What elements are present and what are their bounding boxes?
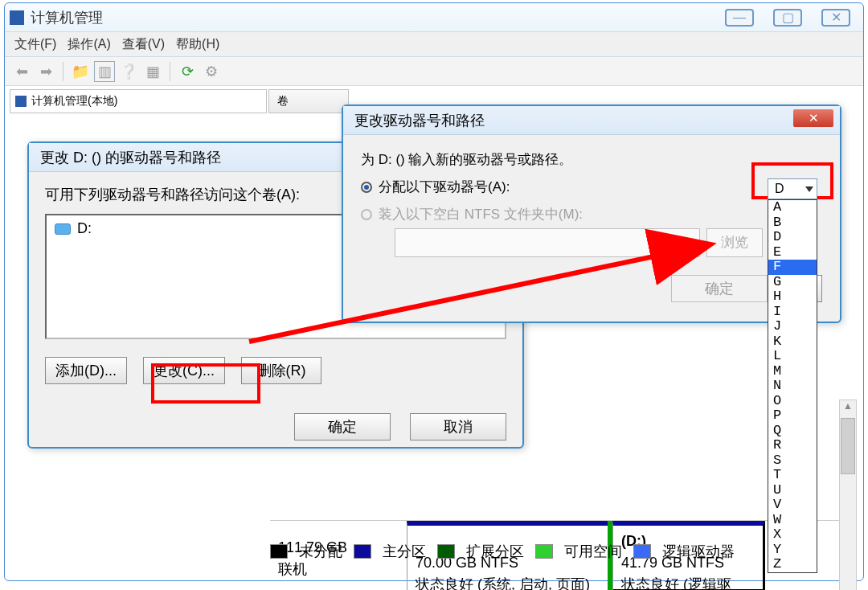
scroll-thumb[interactable] [841,418,855,474]
legend-swatch-logical [633,544,651,559]
separator [170,62,170,81]
legend-swatch-free [535,544,553,559]
computer-icon [15,96,27,107]
dropdown-option[interactable]: D [768,230,817,245]
menu-file[interactable]: 文件(F) [14,36,56,53]
maximize-button[interactable]: ▢ [773,9,802,27]
properties-icon[interactable]: ⚙ [201,61,222,82]
close-button[interactable]: ✕ [793,109,833,127]
change-button[interactable]: 更改(C)... [143,357,225,384]
dropdown-option[interactable]: F [768,260,817,275]
dropdown-option[interactable]: Z [768,557,817,572]
scroll-up-icon[interactable]: ▲ [840,400,856,418]
cancel-button[interactable]: 取消 [410,413,506,440]
dropdown-option[interactable]: L [768,349,817,364]
dropdown-option[interactable]: K [768,334,817,350]
tree-root-label: 计算机管理(本地) [31,94,117,109]
pane-toggle-icon[interactable]: ▥ [94,61,115,82]
disk-legend: 未分配 主分区 扩展分区 可用空间 逻辑驱动器 [270,540,735,563]
drive-letter-combobox[interactable]: D [768,178,817,199]
window-title: 计算机管理 [31,8,103,27]
radio-unchecked-icon[interactable] [361,209,372,220]
dropdown-option[interactable]: U [768,483,817,498]
legend-swatch-primary [354,544,371,559]
toolbar: ⬅ ➡ 📁 ▥ ❔ ▦ ⟳ ⚙ [5,57,863,86]
minimize-button[interactable]: — [725,9,754,27]
forward-icon[interactable]: ➡ [35,61,56,82]
radio-checked-icon[interactable] [361,182,372,193]
menubar: 文件(F) 操作(A) 查看(V) 帮助(H) [5,31,863,57]
legend-swatch-unallocated [270,544,288,559]
dropdown-option[interactable]: E [768,245,817,260]
ok-button[interactable]: 确定 [294,413,391,440]
details-icon[interactable]: ▦ [142,61,163,82]
vertical-scrollbar[interactable]: ▲ ▼ [839,399,857,590]
option-mount-folder[interactable]: 装入以下空白 NTFS 文件夹中(M): [361,201,822,228]
dropdown-option[interactable]: A [768,200,817,215]
titlebar: 计算机管理 — ▢ ✕ [5,3,863,31]
dialog-instruction: 为 D: () 输入新的驱动器号或路径。 [361,146,822,174]
dropdown-option[interactable]: W [768,513,817,528]
option-assign-letter[interactable]: 分配以下驱动器号(A): [361,174,822,201]
drive-letter-dropdown[interactable]: ABDEFGHIJKLMNOPQRSTUVWXYZ [768,199,817,573]
close-button[interactable]: ✕ [821,9,850,27]
list-item-label: D: [77,220,92,237]
dropdown-option[interactable]: M [768,364,817,379]
legend-swatch-extended [437,544,455,559]
column-header-volume[interactable]: 卷 [268,89,349,113]
remove-button[interactable]: 删除(R) [241,357,321,384]
refresh-icon[interactable]: ⟳ [177,61,198,82]
dropdown-option[interactable]: Q [768,424,817,439]
drive-icon [55,223,71,235]
dialog-title: 更改驱动器号和路径 ✕ [343,106,840,135]
assign-drive-letter-dialog: 更改驱动器号和路径 ✕ 为 D: () 输入新的驱动器号或路径。 分配以下驱动器… [342,104,841,323]
separator [63,62,63,81]
dropdown-option[interactable]: S [768,453,817,469]
back-icon[interactable]: ⬅ [11,61,32,82]
mount-path-input [395,228,700,257]
dropdown-option[interactable]: V [768,498,817,513]
dropdown-option[interactable]: X [768,527,817,543]
tree-root-item[interactable]: 计算机管理(本地) [10,89,267,113]
app-icon [10,10,24,25]
menu-view[interactable]: 查看(V) [122,36,165,53]
dropdown-option[interactable]: P [768,408,817,424]
dropdown-option[interactable]: R [768,438,817,453]
partition-status: 状态良好 (系统, 启动, 页面) [416,574,600,590]
combo-value: D [775,182,784,196]
add-button[interactable]: 添加(D)... [45,357,127,384]
partition-status: 状态良好 (逻辑驱 [621,574,755,590]
dropdown-option[interactable]: G [768,275,817,290]
ok-button[interactable]: 确定 [671,275,768,302]
dropdown-option[interactable]: B [768,215,817,231]
window-controls: — ▢ ✕ [725,9,858,27]
dropdown-option[interactable]: I [768,305,817,320]
dropdown-option[interactable]: O [768,394,817,409]
dropdown-option[interactable]: J [768,319,817,334]
menu-help[interactable]: 帮助(H) [176,36,219,53]
dropdown-option[interactable]: N [768,379,817,394]
dropdown-option[interactable]: H [768,289,817,305]
help-icon[interactable]: ❔ [118,61,139,82]
dropdown-option[interactable]: T [768,468,817,483]
browse-button: 浏览 [706,228,763,257]
menu-action[interactable]: 操作(A) [68,36,110,53]
dropdown-option[interactable]: Y [768,543,817,558]
up-folder-icon[interactable]: 📁 [70,61,91,82]
chevron-down-icon [805,186,813,192]
